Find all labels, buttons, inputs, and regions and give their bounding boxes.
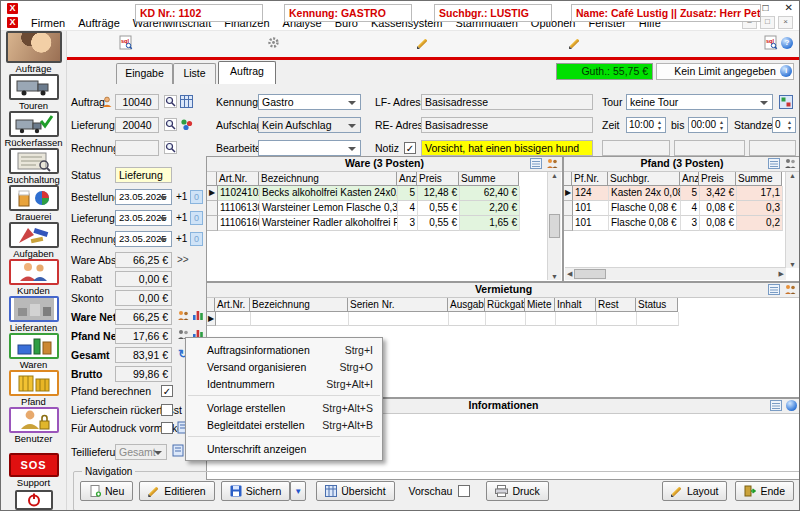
- druck-button[interactable]: Druck: [486, 481, 548, 501]
- tab-liste[interactable]: Liste: [173, 63, 216, 84]
- layout-button[interactable]: Layout: [662, 481, 728, 501]
- chart-icon[interactable]: [192, 309, 204, 321]
- menu-item-identnummern[interactable]: IdentnummernStrg+Alt+I: [186, 375, 382, 392]
- menu-item-unterschrift-anzeigen[interactable]: Unterschrift anzeigen: [186, 440, 382, 457]
- spinner-arrows[interactable]: ▴▾: [717, 119, 726, 131]
- menu-firmen[interactable]: Firmen: [31, 17, 65, 29]
- color-dots-icon[interactable]: [180, 118, 193, 131]
- re-adresse-field[interactable]: Basisadresse: [421, 117, 593, 133]
- info-sphere-icon[interactable]: [786, 400, 797, 411]
- status-field[interactable]: Lieferung: [115, 167, 172, 183]
- rabatt-field[interactable]: 0,00 €: [115, 271, 172, 287]
- sidebar-item-rueckerfassen[interactable]: Rückerfassen: [1, 111, 66, 148]
- sql-search-icon[interactable]: sql: [763, 35, 778, 51]
- table-row[interactable]: ▶: [207, 312, 800, 326]
- table-row[interactable]: 101 Flasche 0,08 € 4 0,08 € 0,3: [564, 201, 800, 216]
- customer-number-field[interactable]: KD Nr.: 1102: [135, 4, 263, 22]
- bestelldatum-dropdown[interactable]: 23.05.2025: [115, 189, 172, 205]
- bestellung-offset-box[interactable]: 0: [190, 190, 203, 204]
- help-icon[interactable]: ?: [781, 37, 793, 49]
- pfand-berechnen-checkbox[interactable]: [161, 385, 173, 397]
- list-icon[interactable]: [770, 400, 782, 411]
- zeit-bis-spinner[interactable]: 00:00▴▾: [688, 117, 728, 133]
- mdi-close-icon[interactable]: ×: [778, 16, 793, 29]
- autodruck-checkbox[interactable]: [161, 422, 173, 434]
- table-row[interactable]: ▶ 124 Kasten 24x 0,08 € 5 3,42 € 17,1: [564, 186, 800, 201]
- notiz-checkbox[interactable]: [404, 142, 416, 154]
- sidebar-item-pfand[interactable]: Pfand: [1, 370, 66, 407]
- lieferdatum-dropdown[interactable]: 23.05.2025: [115, 210, 172, 226]
- menu-item-versand-organisieren[interactable]: Versand organisierenStrg+O: [186, 358, 382, 375]
- group-icon[interactable]: [784, 158, 797, 169]
- notiz-field[interactable]: Vorsicht, hat einen bissigen hund: [421, 140, 593, 156]
- list-icon[interactable]: [768, 158, 780, 169]
- rechnungsdatum-dropdown[interactable]: 23.05.2025: [115, 231, 172, 247]
- auftrag-number-input[interactable]: 10040: [115, 94, 159, 110]
- pfand-vertical-scrollbar[interactable]: ▲▼: [785, 172, 799, 268]
- customer-kennung-field[interactable]: Kennung: GASTRO: [284, 4, 412, 22]
- teillieferung-dropdown[interactable]: Gesamt: [115, 444, 167, 460]
- sichern-button[interactable]: Sichern: [221, 481, 291, 501]
- menu-item-begleitdatei-erstellen[interactable]: Begleitdatei erstellenStrg+Alt+B: [186, 416, 382, 433]
- aufschlag-dropdown[interactable]: Kein Aufschlag: [258, 117, 361, 133]
- lf-adresse-field[interactable]: Basisadresse: [421, 94, 593, 110]
- sidebar-item-brauerei[interactable]: Brauerei: [1, 185, 66, 222]
- kennung-dropdown[interactable]: Gastro: [258, 94, 361, 110]
- standzeit-spinner[interactable]: 0▴▾: [772, 117, 796, 133]
- limit-info-icon[interactable]: i: [780, 65, 792, 77]
- table-icon[interactable]: [180, 95, 193, 108]
- sidebar-item-touren[interactable]: Touren: [1, 74, 66, 111]
- search-icon[interactable]: [164, 95, 177, 108]
- editieren-button[interactable]: Editieren: [139, 481, 214, 501]
- sidebar-item-aufgaben[interactable]: Aufgaben: [1, 222, 66, 259]
- menu-item-auftragsinformationen[interactable]: AuftragsinformationenStrg+I: [186, 341, 382, 358]
- sidebar-item-waren[interactable]: Waren: [1, 333, 66, 370]
- expand-chevron[interactable]: >>: [177, 252, 189, 268]
- group-icon[interactable]: [784, 284, 797, 295]
- sql-search-icon[interactable]: sql: [118, 35, 133, 51]
- person-icon[interactable]: [101, 96, 113, 108]
- maximize-button[interactable]: □: [763, 2, 769, 14]
- table-row[interactable]: 101 Flasche 0,08 € 3 0,08 € 0,2: [564, 216, 800, 231]
- uebersicht-button[interactable]: Übersicht: [316, 481, 394, 501]
- spinner-arrows[interactable]: ▴▾: [785, 119, 794, 131]
- close-button[interactable]: ✕: [785, 2, 793, 14]
- sichern-dropdown-button[interactable]: ▼: [290, 481, 306, 501]
- sidebar-item-benutzer[interactable]: Benutzer: [1, 407, 66, 444]
- group-icon[interactable]: [546, 158, 559, 169]
- search-icon[interactable]: [164, 141, 177, 154]
- edit-kennung-pencil-icon[interactable]: [417, 37, 429, 49]
- plus-one-label[interactable]: +1: [176, 231, 187, 247]
- lieferung-number-input[interactable]: 20040: [115, 117, 159, 133]
- rueckerfasst-checkbox[interactable]: [161, 404, 173, 416]
- ende-button[interactable]: Ende: [735, 481, 794, 501]
- tab-auftrag[interactable]: Auftrag: [218, 61, 276, 84]
- search-icon[interactable]: [164, 118, 177, 131]
- sidebar-item-lieferanten[interactable]: Lieferanten: [1, 296, 66, 333]
- sidebar-item-auftraege[interactable]: Aufträge: [1, 31, 66, 74]
- lieferung-offset-box[interactable]: 0: [190, 211, 203, 225]
- table-row[interactable]: 11106130 Warsteiner Lemon Flasche 0,33 4…: [207, 201, 562, 216]
- route-icon[interactable]: [779, 95, 793, 109]
- customer-suchbegriff-field[interactable]: Suchbgr.: LUSTIG: [434, 4, 552, 22]
- tab-eingabe[interactable]: Eingabe: [116, 63, 173, 84]
- customer-name-field[interactable]: Name: Café Lustig || Zusatz: Herr Peter …: [571, 4, 761, 22]
- skonto-field[interactable]: 0,00 €: [115, 290, 172, 306]
- sidebar-item-kunden[interactable]: Kunden: [1, 259, 66, 296]
- ware-scrollbar[interactable]: ▲▼: [547, 172, 561, 280]
- table-row[interactable]: ▶ 11024102 Becks alkoholfrei Kasten 24x0…: [207, 186, 562, 201]
- menu-item-vorlage-erstellen[interactable]: Vorlage erstellenStrg+Alt+S: [186, 399, 382, 416]
- menu-auftraege[interactable]: Aufträge: [78, 17, 120, 29]
- mdi-restore-icon[interactable]: □: [760, 16, 775, 29]
- group-stats-icon[interactable]: [177, 310, 190, 321]
- edit-suchbegriff-pencil-icon[interactable]: [569, 37, 581, 49]
- pfand-horizontal-scrollbar[interactable]: ◀▶: [565, 267, 786, 280]
- tour-dropdown[interactable]: keine Tour: [626, 94, 773, 110]
- document-icon[interactable]: [172, 444, 184, 457]
- rechnung-offset-box[interactable]: 0: [190, 232, 203, 246]
- sidebar-item-buchhaltung[interactable]: Buchhaltung: [1, 148, 66, 185]
- table-row[interactable]: 11106160 Warsteiner Radler alkoholfrei F…: [207, 216, 562, 231]
- plus-one-label[interactable]: +1: [176, 210, 187, 226]
- vorschau-checkbox[interactable]: [458, 485, 470, 497]
- rechnung-number-input[interactable]: [115, 140, 159, 156]
